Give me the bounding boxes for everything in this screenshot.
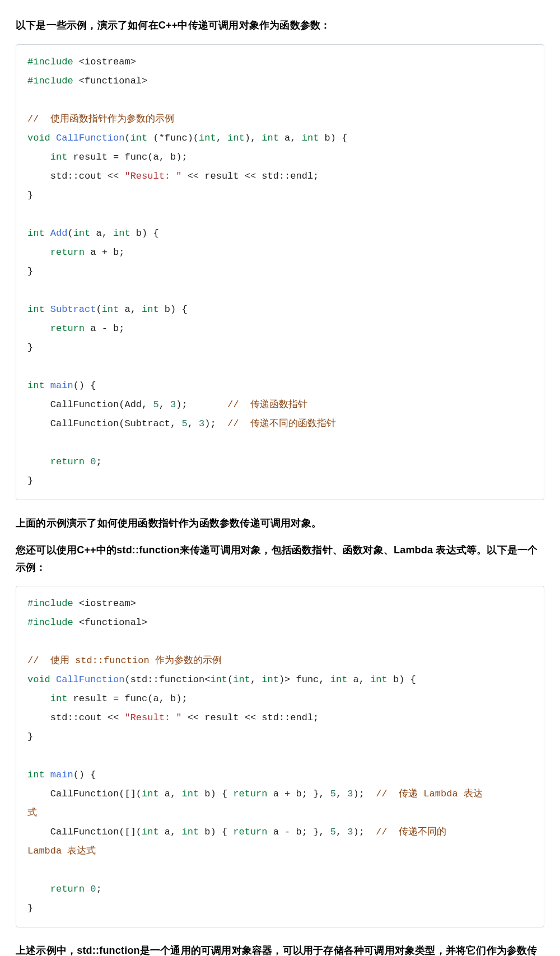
token: int bbox=[199, 133, 216, 143]
token: CallFunction(Add, bbox=[27, 399, 153, 410]
token: <functional> bbox=[79, 76, 147, 86]
token-comment: // 使用 std::function 作为参数的示例 bbox=[27, 655, 222, 666]
token: () { bbox=[73, 380, 96, 391]
token: } bbox=[27, 190, 33, 200]
token: CallFunction bbox=[56, 133, 124, 143]
code-block-2: #include <iostream> #include <functional… bbox=[16, 586, 544, 927]
token: <functional> bbox=[79, 617, 147, 628]
token: int bbox=[302, 133, 319, 143]
token: int bbox=[50, 152, 68, 162]
token: return bbox=[50, 884, 85, 894]
token: int bbox=[50, 693, 68, 704]
token: CallFunction([]( bbox=[27, 827, 142, 837]
token: } bbox=[27, 342, 33, 353]
token: a - b; bbox=[85, 323, 124, 334]
token: 5 bbox=[330, 827, 336, 837]
token: main bbox=[50, 770, 73, 780]
token: int bbox=[210, 674, 227, 685]
token bbox=[27, 456, 50, 467]
token: int bbox=[27, 228, 45, 239]
token: #include bbox=[27, 76, 73, 86]
token-comment: Lambda 表达式 bbox=[27, 846, 96, 856]
token: , bbox=[250, 674, 262, 685]
token: int bbox=[27, 304, 45, 315]
token: ; bbox=[96, 456, 101, 467]
token-comment: 式 bbox=[27, 808, 37, 818]
token: std::cout << bbox=[27, 712, 124, 723]
token-comment: // 传递 Lambda 表达 bbox=[376, 789, 482, 799]
token: int bbox=[370, 674, 388, 685]
token: CallFunction(Subtract, bbox=[27, 418, 181, 429]
token: int bbox=[233, 674, 250, 685]
code-block-1: #include <iostream> #include <functional… bbox=[16, 44, 544, 500]
token bbox=[27, 693, 50, 704]
token: result = func(a, b); bbox=[67, 152, 187, 162]
token: "Result: " bbox=[124, 171, 181, 181]
token: (*func)( bbox=[153, 133, 199, 143]
token: } bbox=[27, 266, 33, 277]
token-comment: // 传递函数指针 bbox=[227, 399, 307, 410]
token: ) bbox=[245, 133, 250, 143]
token: ); bbox=[176, 399, 227, 410]
token: int bbox=[27, 380, 45, 391]
token: int bbox=[113, 228, 130, 239]
token: return bbox=[50, 456, 85, 467]
paragraph-1: 上面的示例演示了如何使用函数指针作为函数参数传递可调用对象。 bbox=[16, 515, 544, 532]
token: int bbox=[102, 304, 119, 315]
outro-paragraph: 上述示例中，std::function是一个通用的可调用对象容器，可以用于存储各… bbox=[16, 942, 544, 956]
token: a, bbox=[119, 304, 142, 315]
token: Subtract bbox=[50, 304, 96, 315]
token: int bbox=[142, 827, 159, 837]
token: int bbox=[262, 133, 279, 143]
token-comment: // 使用函数指针作为参数的示例 bbox=[27, 114, 174, 124]
token: #include bbox=[27, 617, 73, 628]
paragraph-2: 您还可以使用C++中的std::function来传递可调用对象，包括函数指针、… bbox=[16, 542, 544, 576]
token: 3 bbox=[347, 789, 353, 799]
token: Add bbox=[50, 228, 68, 239]
token: 0 bbox=[90, 456, 96, 467]
token: () { bbox=[73, 770, 96, 780]
token: ); bbox=[353, 789, 376, 799]
token: b) { bbox=[319, 133, 347, 143]
token: <iostream> bbox=[79, 57, 136, 67]
token: (std::function< bbox=[124, 674, 210, 685]
token: return bbox=[233, 827, 267, 837]
token: #include bbox=[27, 57, 73, 67]
token: a - b; }, bbox=[268, 827, 330, 837]
token: int bbox=[142, 789, 159, 799]
token: int bbox=[330, 674, 348, 685]
token: ; bbox=[96, 884, 101, 894]
token: 5 bbox=[330, 789, 336, 799]
intro-paragraph: 以下是一些示例，演示了如何在C++中传递可调用对象作为函数参数： bbox=[16, 17, 544, 34]
token: } bbox=[27, 475, 33, 486]
token: int bbox=[181, 789, 199, 799]
token: void bbox=[27, 133, 50, 143]
token: main bbox=[50, 380, 73, 391]
token: } bbox=[27, 731, 33, 742]
token: int bbox=[181, 827, 199, 837]
token: int bbox=[142, 304, 159, 315]
token: 3 bbox=[347, 827, 353, 837]
token: 5 bbox=[181, 418, 187, 429]
token: return bbox=[233, 789, 267, 799]
token: ); bbox=[353, 827, 376, 837]
token: #include bbox=[27, 598, 73, 609]
token: 3 bbox=[199, 418, 204, 429]
token: ); bbox=[204, 418, 227, 429]
token: } bbox=[27, 903, 33, 913]
token: int bbox=[262, 674, 279, 685]
token: b) { bbox=[199, 789, 233, 799]
token bbox=[27, 884, 50, 894]
token: a, bbox=[347, 674, 370, 685]
token: int bbox=[27, 770, 45, 780]
token: a, bbox=[90, 228, 113, 239]
token: a + b; bbox=[85, 247, 124, 258]
token-comment: // 传递不同的 bbox=[376, 827, 446, 837]
token: std::cout << bbox=[27, 171, 124, 181]
token: << result << std::endl; bbox=[181, 171, 319, 181]
token: ( bbox=[227, 674, 233, 685]
token: return bbox=[50, 323, 85, 334]
token: 5 bbox=[153, 399, 158, 410]
token: a, bbox=[159, 789, 182, 799]
token: int bbox=[130, 133, 148, 143]
